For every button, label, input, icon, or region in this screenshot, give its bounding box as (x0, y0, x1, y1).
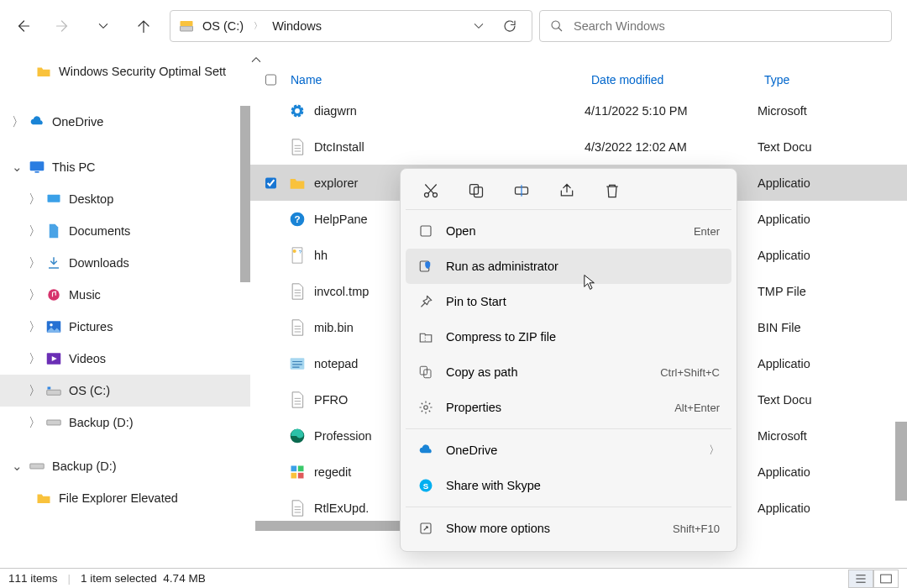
tree-downloads[interactable]: 〉Downloads (0, 247, 250, 279)
tree-item-label: Downloads (69, 256, 129, 270)
status-selection: 1 item selected 4.74 MB (81, 572, 206, 585)
onedrive-icon (417, 442, 434, 459)
status-item-count: 111 items (8, 572, 58, 585)
download-icon (45, 255, 62, 271)
file-type: Applicatio (758, 213, 907, 226)
address-bar[interactable]: OS (C:) 〉 Windows (170, 10, 532, 42)
copy-button[interactable] (466, 181, 486, 201)
more-options-icon (417, 520, 434, 537)
list-icon (855, 574, 867, 584)
file-row[interactable]: DtcInstall4/3/2022 12:02 AMText Docu (250, 129, 907, 165)
context-run-as-admin[interactable]: Run as administrator (406, 249, 731, 284)
svg-rect-11 (48, 387, 51, 390)
tree-videos[interactable]: 〉Videos (0, 343, 250, 375)
collapse-ribbon-button[interactable] (250, 52, 907, 67)
column-type[interactable]: Type (764, 73, 907, 87)
vertical-scrollbar[interactable] (895, 422, 907, 501)
drive-icon (45, 414, 62, 431)
svg-rect-31 (421, 226, 431, 236)
svg-point-15 (295, 108, 300, 113)
rename-button[interactable] (511, 181, 532, 201)
address-segment[interactable]: Windows (270, 18, 323, 34)
pictures-icon (45, 318, 62, 335)
cut-button[interactable] (421, 181, 441, 201)
tree-documents[interactable]: 〉Documents (0, 215, 250, 247)
tree-item[interactable]: File Explorer Elevated (0, 482, 250, 514)
svg-point-18 (293, 249, 296, 252)
search-input[interactable] (572, 18, 881, 34)
tree-item[interactable]: Windows Security Optimal Sett (0, 55, 250, 87)
file-icon: ? (287, 209, 307, 229)
file-icon (287, 354, 307, 374)
grid-icon (880, 574, 892, 584)
delete-button[interactable] (602, 181, 622, 201)
file-row[interactable]: diagwrn4/11/2022 5:10 PMMicrosoft (250, 92, 907, 129)
tree-this-pc[interactable]: ⌄ This PC (0, 151, 250, 183)
context-open[interactable]: Open Enter (406, 213, 731, 249)
search-icon (550, 19, 564, 33)
select-all-checkbox[interactable] (265, 73, 276, 87)
videos-icon (45, 350, 62, 367)
file-type: Text Docu (758, 140, 907, 154)
chevron-down-icon: ⌄ (12, 160, 22, 174)
column-date[interactable]: Date modified (591, 73, 758, 87)
tree-desktop[interactable]: 〉Desktop (0, 183, 250, 215)
tree-backup[interactable]: ⌄Backup (D:) (0, 450, 250, 482)
context-show-more[interactable]: Show more options Shift+F10 (406, 511, 731, 546)
tree-pictures[interactable]: 〉Pictures (0, 311, 250, 343)
svg-rect-0 (181, 26, 193, 31)
arrow-up-icon (136, 18, 151, 34)
tree-item-label: Windows Security Optimal Sett (59, 65, 226, 78)
svg-rect-39 (881, 575, 892, 583)
tree-os-c[interactable]: 〉OS (C:) (0, 375, 250, 407)
pin-icon (417, 293, 434, 310)
context-pin-to-start[interactable]: Pin to Start (406, 284, 731, 319)
file-checkbox[interactable] (265, 176, 276, 190)
shield-icon (417, 258, 434, 275)
column-headers[interactable]: Name Date modified Type (250, 67, 907, 92)
share-button[interactable] (557, 181, 577, 201)
nav-up-button[interactable] (136, 18, 151, 34)
svg-text:S: S (423, 481, 429, 491)
tree-music[interactable]: 〉Music (0, 279, 250, 311)
rename-icon (513, 182, 530, 199)
zip-icon (417, 328, 434, 345)
tree-item-label: OS (C:) (69, 384, 110, 397)
file-name: DtcInstall (314, 140, 578, 154)
view-thumbnails-button[interactable] (873, 570, 899, 588)
address-dropdown-button[interactable] (471, 18, 486, 34)
tree-onedrive[interactable]: 〉 OneDrive (0, 106, 250, 138)
context-properties[interactable]: Properties Alt+Enter (406, 390, 731, 425)
copy-icon (468, 182, 485, 199)
svg-rect-22 (291, 465, 297, 471)
file-type: Microsoft (758, 104, 907, 118)
nav-forward-button[interactable] (55, 18, 71, 34)
context-copy-path[interactable]: Copy as path Ctrl+Shift+C (406, 354, 731, 390)
file-icon (287, 318, 307, 338)
nav-back-button[interactable] (15, 18, 30, 34)
refresh-button[interactable] (496, 18, 523, 34)
address-segment[interactable]: OS (C:) (201, 18, 245, 34)
context-compress-zip[interactable]: Compress to ZIP file (406, 319, 731, 354)
file-icon (287, 498, 307, 518)
file-icon (287, 173, 307, 193)
context-onedrive[interactable]: OneDrive 〉 (406, 433, 731, 468)
file-name: diagwrn (314, 104, 578, 118)
tree-item-label: Pictures (69, 320, 113, 333)
toolbar: OS (C:) 〉 Windows (0, 0, 907, 52)
column-name[interactable]: Name (291, 73, 585, 87)
arrow-left-icon (15, 18, 30, 34)
svg-rect-1 (181, 21, 193, 26)
onedrive-icon (29, 113, 45, 130)
monitor-icon (29, 159, 45, 176)
view-details-button[interactable] (848, 570, 873, 588)
nav-history-button[interactable] (96, 18, 111, 34)
file-icon (287, 462, 307, 482)
context-share-skype[interactable]: S Share with Skype (406, 468, 731, 503)
tree-backup-d[interactable]: 〉Backup (D:) (0, 407, 250, 438)
svg-point-8 (50, 323, 52, 326)
file-type: Applicatio (758, 249, 907, 262)
file-icon (287, 137, 307, 157)
search-box[interactable] (539, 10, 892, 42)
sidebar-scrollbar[interactable] (240, 106, 250, 282)
